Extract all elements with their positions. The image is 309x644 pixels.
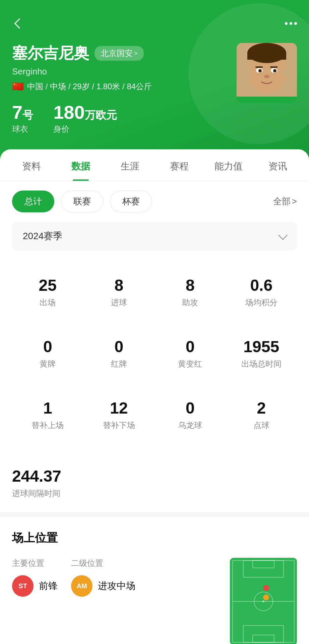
svg-point-24: [263, 585, 269, 591]
player-latin-name: Serginho: [12, 66, 237, 77]
goal-interval-number: 244.37: [12, 467, 297, 485]
filter-all-button[interactable]: 全部 >: [273, 196, 297, 207]
team-badge[interactable]: 北京国安 >: [95, 46, 144, 61]
total-time-label: 出场总时间: [229, 359, 294, 369]
section-divider: [0, 512, 309, 517]
red-cards-label: 红牌: [87, 359, 151, 369]
stat-penalties: 2 点球: [226, 392, 297, 437]
more-button[interactable]: [285, 22, 297, 25]
appearances-label: 出场: [15, 297, 80, 308]
player-name: 塞尔吉尼奥: [12, 43, 89, 64]
position-section-title: 场上位置: [12, 530, 297, 546]
top-bar: [12, 16, 297, 31]
avg-score-label: 场均积分: [229, 297, 294, 308]
secondary-position-title: 二级位置: [71, 558, 135, 569]
sub-in-label: 替补上场: [15, 420, 80, 431]
name-row: 塞尔吉尼奥 北京国安 >: [12, 43, 237, 64]
back-arrow-icon: [14, 18, 24, 29]
player-face-svg: [237, 43, 297, 103]
tab-schedule[interactable]: 赛程: [154, 149, 204, 181]
avg-score-number: 0.6: [229, 276, 294, 294]
stat-yellow-cards: 0 黄牌: [12, 331, 83, 376]
secondary-position-col: 二级位置 AM 进攻中场: [71, 558, 135, 597]
stat-sub-out: 12 替补下场: [83, 392, 155, 437]
dot-icon: [290, 22, 292, 25]
team-chevron: >: [134, 50, 138, 57]
secondary-position-badge: AM: [71, 575, 92, 597]
tab-profile[interactable]: 资料: [7, 149, 56, 181]
filter-row: 总计 联赛 杯赛 全部 >: [0, 181, 309, 222]
stats-grid: 25 出场 8 进球 8 助攻 0.6 场均积分 0 黄牌 0: [0, 263, 309, 460]
sub-out-number: 12: [87, 399, 151, 417]
position-section: 场上位置 主要位置 ST 前锋 二级位置 AM 进攻中场: [0, 517, 309, 644]
team-name: 北京国安: [101, 48, 133, 59]
svg-point-13: [283, 68, 290, 77]
stat-appearances: 25 出场: [12, 269, 83, 315]
shirt-number-stat: 7号 球衣: [12, 101, 33, 135]
red-cards-number: 0: [87, 337, 151, 356]
tab-news[interactable]: 资讯: [253, 149, 302, 181]
dot-icon: [294, 22, 297, 25]
stat-red-cards: 0 红牌: [83, 331, 155, 376]
primary-position-name: 前锋: [39, 580, 58, 592]
penalties-number: 2: [229, 399, 294, 417]
stat-assists: 8 助攻: [154, 269, 226, 315]
back-button[interactable]: [12, 16, 27, 31]
content-card: 资料 数据 生涯 赛程 能力值 资讯 总计 联赛 杯赛 全部 > 2024赛季: [0, 149, 309, 644]
assists-label: 助攻: [158, 297, 223, 308]
primary-position-item: ST 前锋: [12, 575, 58, 597]
flag-icon: 🇨🇳: [12, 81, 24, 92]
stat-own-goals: 0 乌龙球: [154, 392, 226, 437]
player-info: 塞尔吉尼奥 北京国安 > Serginho 🇨🇳 中国 / 中场 / 29岁 /…: [12, 43, 237, 135]
penalties-label: 点球: [229, 420, 294, 431]
svg-rect-9: [255, 66, 263, 68]
hero-section: 塞尔吉尼奥 北京国安 > Serginho 🇨🇳 中国 / 中场 / 29岁 /…: [0, 0, 309, 161]
stat-goals: 8 进球: [83, 269, 155, 315]
stats-row-2: 0 黄牌 0 红牌 0 黄变红 1955 出场总时间: [12, 331, 297, 376]
stat-yellow-to-red: 0 黄变红: [154, 331, 226, 376]
stat-sub-in: 1 替补上场: [12, 392, 83, 437]
secondary-position-item: AM 进攻中场: [71, 575, 135, 597]
sub-in-number: 1: [15, 399, 80, 417]
season-text: 2024赛季: [23, 230, 62, 243]
svg-point-7: [258, 69, 262, 72]
stat-goal-interval: 244.37 进球间隔时间: [0, 460, 309, 512]
sub-out-label: 替补下场: [87, 420, 151, 431]
player-meta: 🇨🇳 中国 / 中场 / 29岁 / 1.80米 / 84公斤: [12, 81, 237, 92]
tab-career[interactable]: 生涯: [105, 149, 154, 181]
filter-cup-button[interactable]: 杯赛: [110, 191, 152, 212]
svg-point-11: [264, 75, 269, 78]
position-content: 主要位置 ST 前锋 二级位置 AM 进攻中场: [12, 558, 297, 644]
chevron-down-icon: [278, 230, 288, 240]
player-avatar: [237, 43, 297, 103]
hero-main: 塞尔吉尼奥 北京国安 > Serginho 🇨🇳 中国 / 中场 / 29岁 /…: [12, 43, 297, 135]
goal-interval-label: 进球间隔时间: [12, 488, 297, 499]
own-goals-label: 乌龙球: [158, 420, 223, 431]
stats-row-3: 1 替补上场 12 替补下场 0 乌龙球 2 点球: [12, 392, 297, 437]
total-time-number: 1955: [229, 337, 294, 356]
stat-avg-score: 0.6 场均积分: [226, 269, 297, 315]
filter-total-button[interactable]: 总计: [12, 191, 54, 212]
svg-point-25: [263, 594, 269, 600]
shirt-number: 7号: [12, 101, 33, 123]
tab-ability[interactable]: 能力值: [204, 149, 253, 181]
filter-league-button[interactable]: 联赛: [61, 191, 103, 212]
own-goals-number: 0: [158, 399, 223, 417]
yellow-cards-number: 0: [15, 337, 80, 356]
stats-row-1: 25 出场 8 进球 8 助攻 0.6 场均积分: [12, 269, 297, 315]
tab-data[interactable]: 数据: [56, 149, 105, 181]
svg-rect-10: [270, 66, 277, 68]
goals-label: 进球: [87, 297, 151, 308]
primary-position-badge: ST: [12, 575, 34, 597]
primary-position-col: 主要位置 ST 前锋: [12, 558, 58, 597]
hero-stats: 7号 球衣 180万欧元 身价: [12, 101, 237, 135]
season-selector[interactable]: 2024赛季: [12, 222, 297, 251]
market-value-stat: 180万欧元 身价: [53, 101, 117, 135]
yellow-to-red-label: 黄变红: [158, 359, 223, 369]
goals-number: 8: [87, 276, 151, 294]
position-labels: 主要位置 ST 前锋 二级位置 AM 进攻中场: [12, 558, 217, 597]
assists-number: 8: [158, 276, 223, 294]
field-svg: [230, 558, 297, 644]
svg-rect-14: [237, 97, 297, 103]
svg-point-12: [244, 68, 251, 77]
